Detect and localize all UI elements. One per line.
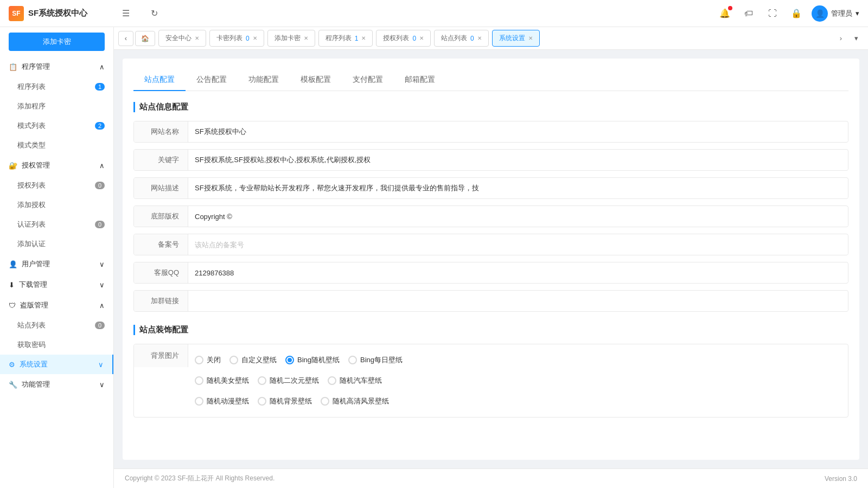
tab-program-list[interactable]: 程序列表 1 ✕ xyxy=(318,30,373,47)
tag-button[interactable]: 🏷 xyxy=(740,5,757,22)
tab-prev-button[interactable]: ‹ xyxy=(118,31,133,46)
sub-tab-notice-config[interactable]: 公告配置 xyxy=(186,69,238,91)
tab-station-list-close[interactable]: ✕ xyxy=(477,35,482,41)
radio-bg-animation[interactable]: 随机动漫壁纸 xyxy=(195,396,249,406)
sidebar-item-program-list[interactable]: 程序列表 1 xyxy=(0,77,113,97)
tab-more-button[interactable]: › xyxy=(833,31,848,46)
user-icon: 👤 xyxy=(9,260,17,268)
radio-bg-bing-random-label: Bing随机壁纸 xyxy=(297,355,340,365)
sub-tab-pay-config[interactable]: 支付配置 xyxy=(342,69,394,91)
function-icon: 🔧 xyxy=(9,381,17,389)
tab-dropdown-button[interactable]: ▾ xyxy=(848,31,864,46)
radio-bg-animation-label: 随机动漫壁纸 xyxy=(207,396,249,406)
tab-add-card[interactable]: 添加卡密 ✕ xyxy=(267,30,315,47)
tab-program-list-close[interactable]: ✕ xyxy=(361,35,366,41)
tab-card-list-close[interactable]: ✕ xyxy=(253,35,257,41)
radio-bg-bing-daily[interactable]: Bing每日壁纸 xyxy=(348,355,403,365)
refresh-button[interactable]: ↻ xyxy=(145,5,163,22)
background-label: 背景图片 xyxy=(134,344,188,367)
sidebar-item-add-program[interactable]: 添加程序 xyxy=(0,97,113,116)
menu-group-download: ⬇ 下载管理 ∨ xyxy=(0,274,113,295)
content-inner: 站点配置 公告配置 功能配置 模板配置 支付配置 邮箱配置 xyxy=(123,59,859,460)
radio-bg-scenery[interactable]: 随机背景壁纸 xyxy=(258,396,312,406)
qq-label: 客服QQ xyxy=(134,262,188,283)
menu-group-system-header[interactable]: ⚙ 系统设置 ∨ xyxy=(0,355,113,374)
sidebar-item-cert-list[interactable]: 认证列表 0 xyxy=(0,215,113,234)
tab-system-settings[interactable]: 系统设置 ✕ xyxy=(492,30,540,47)
menu-toggle-button[interactable]: ☰ xyxy=(117,5,135,22)
radio-bg-custom-label: 自定义壁纸 xyxy=(241,355,277,365)
icp-label: 备案号 xyxy=(134,234,188,255)
menu-group-download-header[interactable]: ⬇ 下载管理 ∨ xyxy=(0,274,113,295)
tab-auth-list[interactable]: 授权列表 0 ✕ xyxy=(376,30,431,47)
sub-tab-function-config[interactable]: 功能配置 xyxy=(238,69,290,91)
user-group-label: 用户管理 xyxy=(22,259,50,269)
system-group-label: 系统设置 xyxy=(20,359,48,369)
radio-bg-2d[interactable]: 随机二次元壁纸 xyxy=(258,376,319,386)
menu-group-program-header[interactable]: 📋 程序管理 ∧ xyxy=(0,56,113,77)
tab-bar: ‹ 🏠 安全中心 ✕ 卡密列表 0 ✕ 添加卡密 ✕ 程序列表 1 ✕ 授权列表 xyxy=(114,27,868,50)
sidebar-item-add-cert[interactable]: 添加认证 xyxy=(0,234,113,254)
radio-circle-scenery xyxy=(258,397,266,406)
sub-tab-email-config[interactable]: 邮箱配置 xyxy=(394,69,446,91)
quick-add-card-button[interactable]: 添加卡密 xyxy=(9,33,105,51)
copyright-input[interactable] xyxy=(188,207,848,226)
sub-tab-template-config[interactable]: 模板配置 xyxy=(290,69,342,91)
menu-group-function: 🔧 功能管理 ∨ xyxy=(0,374,113,395)
radio-bg-girl[interactable]: 随机美女壁纸 xyxy=(195,376,249,386)
logo-text: SF系统授权中心 xyxy=(28,8,87,18)
menu-group-function-header[interactable]: 🔧 功能管理 ∨ xyxy=(0,374,113,395)
menu-group-piracy-header[interactable]: 🛡 盗版管理 ∧ xyxy=(0,295,113,316)
sidebar-item-mode-type[interactable]: 模式类型 xyxy=(0,136,113,155)
admin-dropdown-icon: ▾ xyxy=(856,9,859,17)
group-link-input[interactable] xyxy=(188,292,848,311)
group-link-label: 加群链接 xyxy=(134,291,188,311)
sidebar-top: 添加卡密 xyxy=(0,27,113,56)
tab-auth-list-close[interactable]: ✕ xyxy=(419,35,424,41)
radio-bg-bing-random[interactable]: Bing随机壁纸 xyxy=(285,355,340,365)
tab-station-list[interactable]: 站点列表 0 ✕ xyxy=(434,30,489,47)
keywords-input[interactable] xyxy=(188,151,848,170)
sidebar-item-get-password[interactable]: 获取密码 xyxy=(0,335,113,355)
background-options: 关闭 自定义壁纸 Bing随机壁纸 xyxy=(188,344,848,417)
qq-input[interactable] xyxy=(188,264,848,282)
tab-security-close[interactable]: ✕ xyxy=(195,35,199,41)
program-chevron-icon: ∧ xyxy=(99,63,105,71)
radio-bg-bing-daily-label: Bing每日壁纸 xyxy=(360,355,403,365)
piracy-group-label: 盗版管理 xyxy=(20,300,48,310)
fullscreen-button[interactable]: ⛶ xyxy=(764,5,781,22)
sidebar-item-site-list[interactable]: 站点列表 0 xyxy=(0,316,113,335)
tab-system-settings-close[interactable]: ✕ xyxy=(528,35,533,41)
notification-button[interactable]: 🔔 xyxy=(716,5,733,22)
radio-bg-hd[interactable]: 随机高清风景壁纸 xyxy=(321,396,389,406)
description-input[interactable] xyxy=(188,179,848,198)
admin-label: 管理员 xyxy=(831,9,852,18)
sub-tab-site-config[interactable]: 站点配置 xyxy=(133,69,186,91)
admin-avatar: 👤 xyxy=(812,5,828,22)
lock-button[interactable]: 🔒 xyxy=(788,5,805,22)
tab-card-list-label: 卡密列表 xyxy=(216,34,242,43)
radio-bg-car[interactable]: 随机汽车壁纸 xyxy=(328,376,382,386)
radio-bg-off[interactable]: 关闭 xyxy=(195,355,221,365)
piracy-chevron-icon: ∧ xyxy=(99,301,105,310)
admin-menu-button[interactable]: 👤 管理员 ▾ xyxy=(812,5,859,22)
radio-bg-custom[interactable]: 自定义壁纸 xyxy=(229,355,277,365)
tab-card-list[interactable]: 卡密列表 0 ✕ xyxy=(209,30,264,47)
radio-bg-2d-label: 随机二次元壁纸 xyxy=(270,376,319,386)
icp-input[interactable] xyxy=(188,235,848,254)
site-name-input[interactable] xyxy=(188,123,848,142)
tab-card-list-count: 0 xyxy=(246,35,250,42)
layout: 添加卡密 📋 程序管理 ∧ 程序列表 1 添加程序 xyxy=(0,27,868,488)
sidebar-item-add-auth[interactable]: 添加授权 xyxy=(0,195,113,215)
tab-security[interactable]: 安全中心 ✕ xyxy=(158,30,206,47)
auth-chevron-icon: ∧ xyxy=(99,162,105,170)
tab-add-card-close[interactable]: ✕ xyxy=(304,35,308,41)
sidebar-item-mode-list[interactable]: 模式列表 2 xyxy=(0,116,113,136)
menu-group-user-header[interactable]: 👤 用户管理 ∨ xyxy=(0,254,113,274)
menu-group-piracy: 🛡 盗版管理 ∧ 站点列表 0 获取密码 xyxy=(0,295,113,355)
menu-group-auth-header[interactable]: 🔐 授权管理 ∧ xyxy=(0,155,113,176)
form-row-description: 网站描述 xyxy=(133,177,848,199)
sidebar-item-auth-list[interactable]: 授权列表 0 xyxy=(0,176,113,195)
tab-home[interactable]: 🏠 xyxy=(135,31,155,46)
radio-circle-animation xyxy=(195,397,203,406)
